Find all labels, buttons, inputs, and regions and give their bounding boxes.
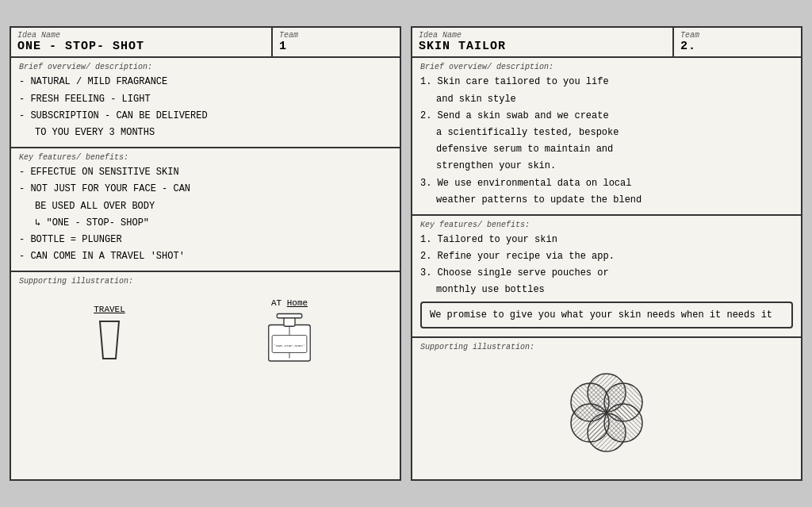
c2-overview-7: 3. We use environmental data on local bbox=[420, 176, 793, 191]
card2-features-section: Key features/ benefits: 1. Tailored to y… bbox=[412, 216, 801, 338]
feature-line-3: BE USED ALL OVER BODY bbox=[35, 199, 392, 214]
card2-team-field: Team 2. bbox=[674, 28, 801, 56]
card2-features-label: Key features/ benefits: bbox=[420, 221, 793, 229]
card1-team-value: 1 bbox=[279, 40, 393, 53]
card2-illustration-label: Supporting illustration: bbox=[420, 343, 793, 351]
card1-header: Idea Name ONE - STOP- SHOT Team 1 bbox=[11, 28, 400, 58]
card1-overview-label: Brief overview/ description: bbox=[19, 63, 392, 71]
svg-point-13 bbox=[571, 404, 609, 442]
card1-idea-label: Idea Name bbox=[17, 31, 265, 40]
feature-line-4: ↳ "ONE - STOP- SHOP" bbox=[35, 216, 392, 231]
home-bottle-icon: 'ONE-STOP-SHOT' bbox=[262, 311, 317, 367]
page-container: Idea Name ONE - STOP- SHOT Team 1 Brief … bbox=[0, 17, 812, 490]
c2-feature-1: 1. Tailored to your skin bbox=[420, 232, 793, 248]
c2-overview-8: weather patterns to update the blend bbox=[436, 193, 793, 208]
c2-overview-6: strengthen your skin. bbox=[436, 159, 793, 174]
home-label: AT Home bbox=[271, 298, 308, 308]
c2-overview-5: defensive serum to maintain and bbox=[436, 142, 793, 157]
card2-idea-value: SKIN TAILOR bbox=[419, 40, 666, 53]
feature-line-5: - BOTTLE = PLUNGER bbox=[19, 232, 392, 248]
card1-team-field: Team 1 bbox=[273, 28, 400, 56]
promise-text: We promise to give you what your skin ne… bbox=[430, 309, 772, 321]
flower-icon bbox=[555, 361, 658, 468]
svg-rect-3 bbox=[277, 314, 302, 318]
c2-feature-2: 2. Refine your recipe via the app. bbox=[420, 249, 793, 264]
card1-illustration-label: Supporting illustration: bbox=[19, 277, 392, 286]
home-item: AT Home 'ONE bbox=[262, 298, 317, 367]
card2-overview-label: Brief overview/ description: bbox=[420, 63, 793, 71]
card1-overview-section: Brief overview/ description: - NATURAL /… bbox=[11, 58, 400, 148]
c2-feature-3: 3. Choose single serve pouches or bbox=[420, 266, 793, 281]
overview-line-3: - SUBSCRIPTION - CAN BE DELIVERED bbox=[19, 109, 392, 124]
card2-idea-label: Idea Name bbox=[419, 31, 666, 40]
card2-header: Idea Name SKIN TAILOR Team 2. bbox=[412, 28, 801, 58]
card1-team-label: Team bbox=[279, 31, 393, 40]
feature-line-1: - EFFECTUE ON SENSITIVE SKIN bbox=[19, 165, 392, 180]
travel-cup-icon bbox=[94, 317, 125, 361]
travel-label: TRAVEL bbox=[94, 305, 125, 314]
feature-line-2: - NOT JUST FOR YOUR FACE - CAN bbox=[19, 182, 392, 197]
card2-overview-content: 1. Skin care tailored to you life and sk… bbox=[420, 75, 793, 208]
card1-idea-value: ONE - STOP- SHOT bbox=[17, 40, 265, 53]
card2-overview-section: Brief overview/ description: 1. Skin car… bbox=[412, 58, 801, 216]
c2-overview-2: and skin style bbox=[436, 92, 793, 107]
overview-line-2: - FRESH FEELING - LIGHT bbox=[19, 92, 392, 107]
card2-team-value: 2. bbox=[680, 40, 795, 53]
c2-overview-4: a scientifically tested, bespoke bbox=[436, 125, 793, 140]
card1-illustration-area: TRAVEL AT Home bbox=[19, 289, 392, 376]
svg-point-14 bbox=[604, 404, 642, 442]
card1-features-section: Key features/ benefits: - EFFECTUE ON SE… bbox=[11, 148, 400, 272]
card1-features-content: - EFFECTUE ON SENSITIVE SKIN - NOT JUST … bbox=[19, 165, 392, 264]
c2-overview-3: 2. Send a skin swab and we create bbox=[420, 109, 793, 124]
card1-idea-field: Idea Name ONE - STOP- SHOT bbox=[11, 28, 273, 56]
feature-line-6: - CAN COME IN A TRAVEL 'SHOT' bbox=[19, 249, 392, 264]
card-2: Idea Name SKIN TAILOR Team 2. Brief over… bbox=[411, 26, 802, 480]
card2-team-label: Team bbox=[680, 31, 795, 40]
card1-overview-content: - NATURAL / MILD FRAGRANCE - FRESH FEELI… bbox=[19, 75, 392, 140]
card2-illustration-section: Supporting illustration: bbox=[412, 338, 801, 479]
svg-text:'ONE-STOP-SHOT': 'ONE-STOP-SHOT' bbox=[274, 344, 304, 348]
overview-line-1: - NATURAL / MILD FRAGRANCE bbox=[19, 75, 392, 90]
overview-line-4: TO YOU EVERY 3 MONTHS bbox=[35, 125, 392, 140]
card1-illustration-section: Supporting illustration: TRAVEL AT Home bbox=[11, 272, 400, 478]
card1-features-label: Key features/ benefits: bbox=[19, 153, 392, 162]
svg-marker-0 bbox=[100, 321, 119, 359]
card2-features-content: 1. Tailored to your skin 2. Refine your … bbox=[420, 232, 793, 298]
c2-feature-4: monthly use bottles bbox=[436, 282, 793, 298]
card2-illustration-area bbox=[420, 355, 793, 474]
travel-item: TRAVEL bbox=[94, 305, 125, 361]
card-1: Idea Name ONE - STOP- SHOT Team 1 Brief … bbox=[10, 26, 401, 480]
c2-overview-1: 1. Skin care tailored to you life bbox=[420, 75, 793, 90]
card2-idea-field: Idea Name SKIN TAILOR bbox=[412, 28, 674, 56]
promise-box: We promise to give you what your skin ne… bbox=[420, 302, 793, 328]
